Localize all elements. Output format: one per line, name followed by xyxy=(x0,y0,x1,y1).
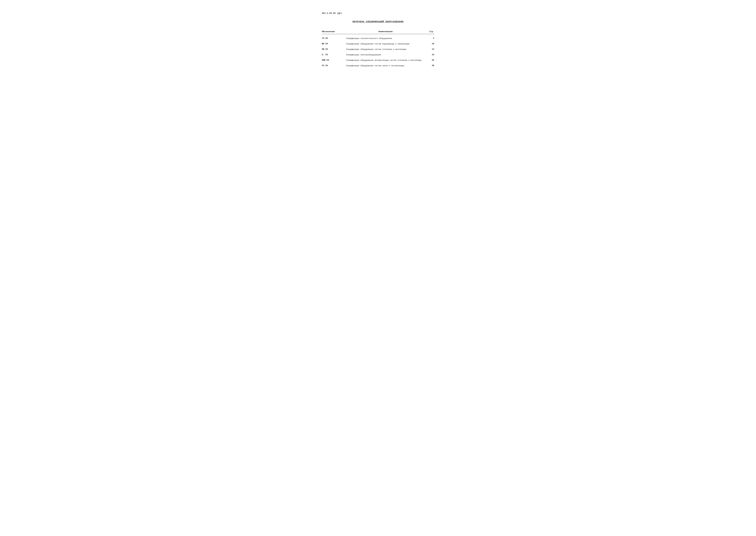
row-page: 25 xyxy=(425,59,434,61)
specifications-table: Обозначение Наименование Стр. ТХ.СОСпеци… xyxy=(322,30,434,67)
row-designation: Э. СО xyxy=(322,53,346,56)
row-designation: ВК.СО xyxy=(322,43,346,45)
row-description: Спецификация оборудования автоматизации … xyxy=(346,59,425,62)
table-row: АОВ.СОСпецификация оборудования автомати… xyxy=(322,59,434,62)
row-designation: АОВ.СО xyxy=(322,59,346,61)
row-description: Спецификация технологического оборудован… xyxy=(346,37,425,40)
header-page: Стр. xyxy=(425,30,434,33)
table-header: Обозначение Наименование Стр. xyxy=(322,30,434,34)
row-description: Спецификация оборудования систем отоплен… xyxy=(346,48,425,51)
header-designation: Обозначение xyxy=(322,30,346,33)
row-designation: ОВ.СО xyxy=(322,48,346,50)
document-page: 601-2-65.85 (ДУ) ПЕРЕЧЕНЬ СПЕЦИФИКАЦИЙ О… xyxy=(313,0,443,536)
table-row: ТХ.СОСпецификация технологического обору… xyxy=(322,37,434,40)
row-page: 3 xyxy=(425,37,434,39)
row-designation: СС.СО xyxy=(322,64,346,67)
table-row: ВК.СОСпецификация оборудования систем во… xyxy=(322,43,434,45)
row-designation: ТХ.СО xyxy=(322,37,346,39)
header-name: Наименование xyxy=(346,30,425,33)
table-row: СС.СОСпецификация оборудования систем св… xyxy=(322,64,434,67)
table-row: Э. СОСпецификация электрооборудования19 xyxy=(322,53,434,56)
row-description: Спецификация оборудования систем водопро… xyxy=(346,43,425,45)
row-page: 30 xyxy=(425,64,434,67)
row-page: 13 xyxy=(425,48,434,50)
page-title: ПЕРЕЧЕНЬ СПЕЦИФИКАЦИЙ ОБОРУДОВАНИЯ xyxy=(322,20,434,23)
table-body: ТХ.СОСпецификация технологического обору… xyxy=(322,37,434,67)
row-page: 10 xyxy=(425,43,434,45)
row-page: 19 xyxy=(425,53,434,56)
table-row: ОВ.СОСпецификация оборудования систем от… xyxy=(322,48,434,51)
document-id: 601-2-65.85 (ДУ) xyxy=(322,12,434,15)
row-description: Спецификация оборудования систем связи и… xyxy=(346,64,425,67)
row-description: Спецификация электрооборудования xyxy=(346,53,425,56)
